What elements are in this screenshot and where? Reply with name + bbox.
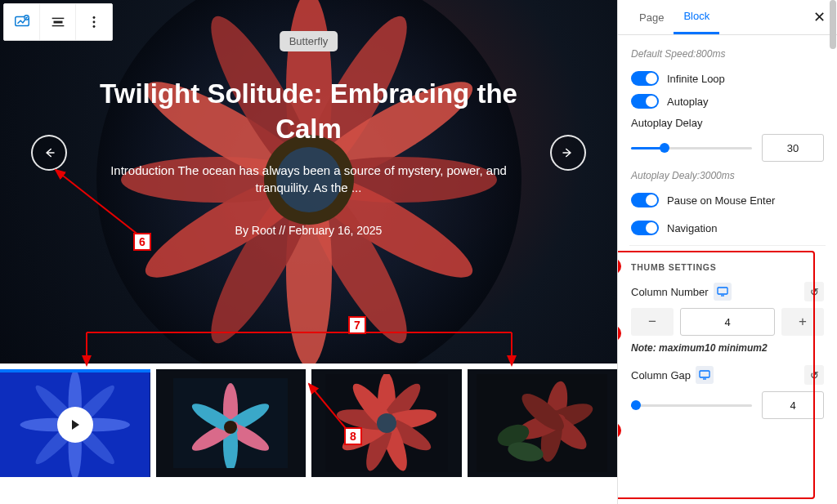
align-icon [49, 13, 67, 31]
pause-on-enter-toggle[interactable] [631, 193, 659, 207]
svg-point-5 [93, 16, 96, 19]
column-number-stepper: − 4 + [631, 308, 824, 336]
slide-title: Twilight Solitude: Embracing the Calm [80, 77, 538, 147]
responsive-device-button-2[interactable] [696, 366, 714, 384]
annotation-circle-8: 8 [618, 421, 623, 440]
editor-canvas: Butterfly Twilight Solitude: Embracing t… [0, 0, 617, 504]
svg-point-6 [93, 21, 96, 24]
column-gap-reset[interactable]: ↺ [804, 365, 824, 385]
column-number-reset[interactable]: ↺ [804, 282, 824, 301]
column-number-decrement[interactable]: − [631, 308, 674, 336]
sidebar-tabs: Page Block ✕ [618, 0, 837, 35]
column-number-label: Column Number [631, 286, 709, 298]
column-number-increment[interactable]: + [781, 308, 824, 336]
responsive-device-button[interactable] [714, 283, 732, 301]
align-button[interactable] [40, 4, 76, 40]
thumbnails-row [0, 364, 617, 477]
prev-slide-button[interactable] [31, 135, 67, 171]
close-icon: ✕ [813, 8, 826, 26]
navigation-row: Navigation [631, 221, 824, 235]
tab-page[interactable]: Page [629, 2, 674, 33]
play-icon [57, 407, 93, 443]
navigation-toggle[interactable] [631, 221, 659, 235]
column-number-row: Column Number ↺ [631, 282, 824, 301]
svg-rect-67 [718, 288, 727, 294]
autoplay-toggle[interactable] [631, 94, 659, 109]
annotation-badge-6: 6 [133, 233, 151, 251]
autoplay-label: Autoplay [667, 96, 709, 108]
annotation-circle-7: 7 [618, 323, 623, 343]
column-number-input[interactable]: 4 [680, 308, 775, 336]
thumbnail-4-art [477, 374, 607, 472]
category-pill[interactable]: Butterfly [280, 31, 338, 51]
infinite-loop-row: Infinite Loop [631, 71, 824, 86]
thumbnail-4[interactable] [468, 369, 618, 477]
svg-point-40 [224, 421, 237, 434]
thumbnail-3-art [325, 374, 448, 472]
svg-rect-3 [53, 21, 62, 24]
more-options-button[interactable] [76, 4, 112, 40]
block-icon [13, 13, 31, 31]
autoplay-delay-slider[interactable] [631, 140, 752, 156]
more-icon [85, 13, 103, 31]
svg-point-7 [93, 25, 96, 28]
navigation-label: Navigation [667, 222, 717, 234]
thumbnail-2-art [173, 378, 288, 468]
tab-block[interactable]: Block [674, 0, 719, 34]
infinite-loop-label: Infinite Loop [667, 73, 725, 85]
arrow-left-icon [42, 145, 56, 160]
slide-meta: By Root // February 16, 2025 [0, 224, 617, 237]
column-gap-row: Column Gap ↺ [631, 365, 824, 385]
settings-sidebar: Page Block ✕ Default Speed:800ms Infinit… [617, 0, 837, 504]
sidebar-body: Default Speed:800ms Infinite Loop Autopl… [618, 35, 837, 504]
svg-marker-32 [72, 420, 79, 430]
next-slide-button[interactable] [550, 135, 586, 171]
divider [629, 245, 826, 246]
thumbnail-1[interactable] [0, 369, 150, 477]
default-speed-note: Default Speed:800ms [631, 48, 824, 60]
thumbnail-3[interactable] [311, 369, 462, 477]
autoplay-delay-control: 30 [631, 134, 824, 162]
pause-on-enter-label: Pause on Mouse Enter [667, 194, 775, 207]
svg-rect-69 [700, 371, 709, 377]
svg-point-51 [377, 413, 396, 433]
thumbnail-2[interactable] [156, 369, 307, 477]
column-gap-input[interactable]: 4 [762, 391, 824, 419]
column-gap-label: Column Gap [631, 369, 691, 381]
column-number-note: Note: maximum10 minimum2 [631, 342, 824, 354]
thumb-settings-heading: THUMB SETTINGS [631, 262, 824, 272]
autoplay-delay-label: Autoplay Delay [631, 117, 824, 129]
column-gap-control: 4 [631, 391, 824, 419]
autoplay-delay-note: Autoplay Dealy:3000ms [631, 170, 824, 181]
block-toolbar [3, 3, 113, 41]
desktop-icon [699, 370, 710, 380]
autoplay-delay-input[interactable]: 30 [762, 134, 824, 162]
infinite-loop-toggle[interactable] [631, 71, 659, 86]
annotation-badge-8: 8 [344, 427, 362, 445]
block-icon-button[interactable] [4, 4, 40, 40]
slide-hero: Butterfly Twilight Solitude: Embracing t… [0, 0, 617, 364]
desktop-icon [717, 287, 728, 297]
pause-on-enter-row: Pause on Mouse Enter [631, 193, 824, 207]
close-sidebar-button[interactable]: ✕ [806, 4, 832, 30]
autoplay-row: Autoplay [631, 94, 824, 109]
arrow-right-icon [561, 145, 575, 160]
undo-icon: ↺ [810, 286, 819, 298]
annotation-badge-7: 7 [348, 316, 366, 334]
column-gap-slider[interactable] [631, 397, 752, 413]
undo-icon: ↺ [810, 369, 819, 381]
annotation-circle-6: 6 [618, 256, 623, 276]
slide-caption: Introduction The ocean has always been a… [96, 162, 521, 196]
